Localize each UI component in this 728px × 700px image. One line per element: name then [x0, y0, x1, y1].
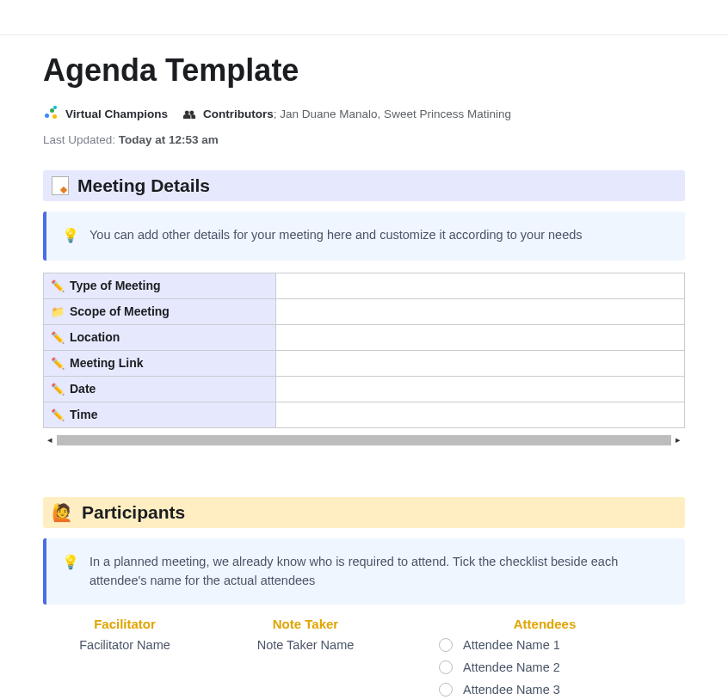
raising-hand-icon: 🙋	[52, 502, 73, 523]
detail-label: Type of Meeting	[70, 279, 161, 292]
scroll-right-arrow-icon[interactable]: ▸	[671, 433, 685, 447]
last-updated-value: Today at 12:53 am	[119, 133, 219, 146]
meeting-details-table: ✏️Type of Meeting📁Scope of Meeting✏️Loca…	[43, 273, 685, 447]
horizontal-scrollbar[interactable]: ◂ ▸	[43, 433, 685, 447]
last-updated-label: Last Updated:	[43, 133, 115, 146]
detail-label-cell[interactable]: ✏️Meeting Link	[44, 350, 276, 376]
contributors-names: Jan Duane Manalo, Sweet Princess Matinin…	[280, 107, 511, 120]
detail-value-cell[interactable]	[276, 273, 685, 298]
table-row: 📁Scope of Meeting	[44, 298, 685, 324]
participants-hint-text: In a planned meeting, we already know wh…	[89, 552, 669, 591]
org-name: Virtual Champions	[65, 107, 168, 120]
meeting-details-heading: Meeting Details	[77, 175, 210, 196]
folder-icon: 📁	[51, 305, 65, 318]
lightbulb-icon: 💡	[62, 552, 79, 591]
detail-label-cell[interactable]: ✏️Time	[44, 402, 276, 427]
pencil-icon: ✏️	[51, 331, 65, 344]
detail-value-cell[interactable]	[276, 350, 685, 376]
notetaker-heading: Note Taker	[213, 617, 398, 631]
detail-value-cell[interactable]	[276, 324, 685, 350]
attendee-item: Attendee Name 2	[439, 660, 678, 674]
detail-label-cell[interactable]: ✏️Type of Meeting	[44, 273, 276, 298]
detail-label: Location	[70, 330, 120, 344]
table-row: ✏️Time	[44, 402, 685, 427]
attendee-item: Attendee Name 1	[439, 638, 678, 652]
lightbulb-icon: 💡	[62, 225, 79, 247]
detail-value-cell[interactable]	[276, 402, 685, 427]
participants-columns: Facilitator Facilitator Name Note Taker …	[43, 617, 685, 700]
page-title: Agenda Template	[43, 52, 685, 89]
facilitator-name[interactable]: Facilitator Name	[50, 638, 200, 652]
top-divider	[0, 34, 728, 35]
org-logo-icon	[43, 106, 59, 121]
meta-row: Virtual Champions 👥︎ Contributors; Jan D…	[43, 106, 685, 121]
contributors-tag[interactable]: 👥︎ Contributors; Jan Duane Manalo, Sweet…	[183, 107, 511, 121]
pencil-icon: ✏️	[51, 279, 65, 292]
pencil-icon: ✏️	[51, 408, 65, 421]
detail-label-cell[interactable]: ✏️Date	[44, 376, 276, 402]
section-header-participants: 🙋 Participants	[43, 497, 685, 528]
notetaker-column: Note Taker Note Taker Name	[207, 617, 404, 700]
contributors-label: Contributors	[203, 107, 274, 120]
scrollbar-track[interactable]	[57, 435, 671, 445]
detail-label: Date	[70, 382, 96, 396]
attendee-checkbox[interactable]	[439, 638, 453, 652]
detail-label-cell[interactable]: 📁Scope of Meeting	[44, 298, 276, 324]
meeting-details-hint: 💡 You can add other details for your mee…	[43, 212, 685, 261]
detail-label: Time	[70, 408, 97, 421]
section-header-meeting-details: Meeting Details	[43, 170, 685, 201]
pencil-icon: ✏️	[51, 357, 65, 370]
detail-value-cell[interactable]	[276, 376, 685, 402]
facilitator-heading: Facilitator	[50, 617, 200, 631]
attendee-name[interactable]: Attendee Name 1	[463, 638, 560, 652]
attendee-name[interactable]: Attendee Name 2	[463, 660, 560, 674]
table-row: ✏️Type of Meeting	[44, 273, 685, 298]
participants-heading: Participants	[82, 502, 185, 523]
table-row: ✏️Location	[44, 324, 685, 350]
attendee-checkbox[interactable]	[439, 660, 453, 674]
table-row: ✏️Date	[44, 376, 685, 402]
memo-icon	[52, 176, 69, 195]
table-row: ✏️Meeting Link	[44, 350, 685, 376]
detail-value-cell[interactable]	[276, 298, 685, 324]
attendees-heading: Attendees	[411, 617, 678, 631]
scroll-left-arrow-icon[interactable]: ◂	[43, 433, 57, 447]
facilitator-column: Facilitator Facilitator Name	[43, 617, 207, 700]
people-icon: 👥︎	[183, 107, 196, 121]
meeting-details-hint-text: You can add other details for your meeti…	[89, 225, 583, 247]
detail-label-cell[interactable]: ✏️Location	[44, 324, 276, 350]
pencil-icon: ✏️	[51, 383, 65, 396]
attendees-column: Attendees Attendee Name 1Attendee Name 2…	[404, 617, 685, 700]
org-tag[interactable]: Virtual Champions	[43, 106, 168, 121]
last-updated: Last Updated: Today at 12:53 am	[43, 133, 685, 146]
attendee-item: Attendee Name 3	[439, 683, 678, 697]
attendee-name[interactable]: Attendee Name 3	[463, 683, 560, 697]
detail-label: Meeting Link	[70, 356, 144, 370]
attendee-checkbox[interactable]	[439, 683, 453, 697]
notetaker-name[interactable]: Note Taker Name	[213, 638, 398, 652]
detail-label: Scope of Meeting	[70, 304, 170, 318]
participants-hint: 💡 In a planned meeting, we already know …	[43, 538, 685, 605]
